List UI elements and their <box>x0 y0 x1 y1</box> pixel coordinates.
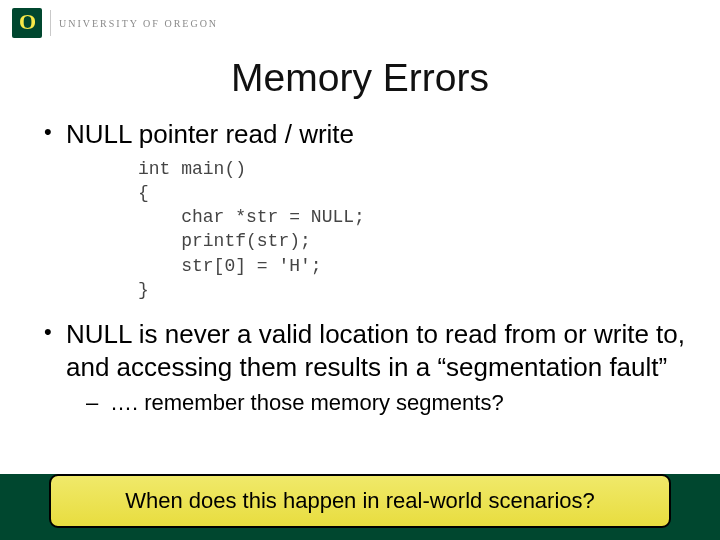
slide-content: NULL pointer read / write int main() { c… <box>0 118 720 417</box>
bullet-text: NULL is never a valid location to read f… <box>66 319 685 382</box>
oregon-o-icon <box>12 8 42 38</box>
bullet-item: NULL is never a valid location to read f… <box>48 318 690 417</box>
vertical-divider <box>50 10 51 36</box>
bullet-list: NULL pointer read / write <box>48 118 690 151</box>
university-label: UNIVERSITY OF OREGON <box>59 18 218 29</box>
bullet-list: NULL is never a valid location to read f… <box>48 318 690 417</box>
sub-bullet-item: …. remember those memory segments? <box>86 389 690 417</box>
callout-text: When does this happen in real-world scen… <box>125 488 595 514</box>
slide-header: UNIVERSITY OF OREGON <box>0 0 720 44</box>
sub-bullet-list: …. remember those memory segments? <box>66 389 690 417</box>
bullet-item: NULL pointer read / write <box>48 118 690 151</box>
slide-footer: When does this happen in real-world scen… <box>0 474 720 540</box>
code-block: int main() { char *str = NULL; printf(st… <box>138 157 690 303</box>
university-logo: UNIVERSITY OF OREGON <box>12 8 218 38</box>
callout-box: When does this happen in real-world scen… <box>49 474 671 528</box>
slide-title: Memory Errors <box>0 56 720 100</box>
